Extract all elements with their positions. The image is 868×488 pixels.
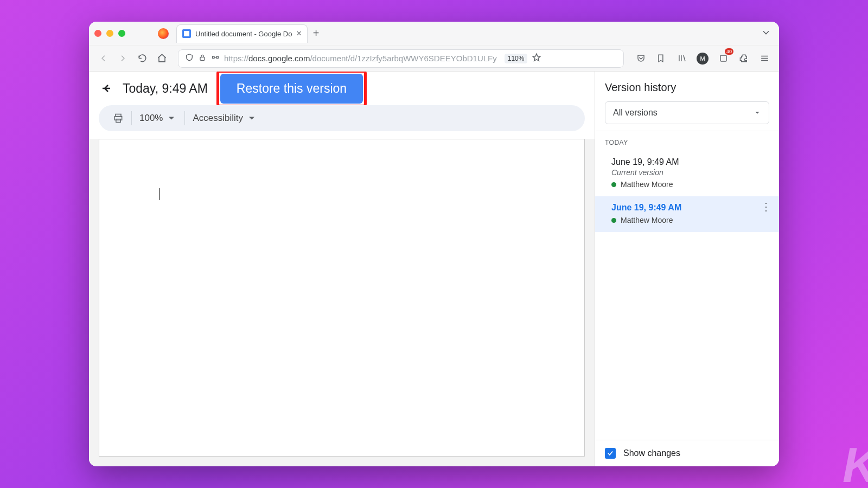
shield-icon <box>185 53 194 63</box>
version-group-label: TODAY <box>595 131 779 151</box>
url-bar: https://docs.google.com/document/d/1zzIz… <box>89 46 779 72</box>
nav-forward-icon[interactable] <box>115 51 130 66</box>
version-note: Current version <box>611 168 769 177</box>
version-list: June 19, 9:49 AM Current version Matthew… <box>595 151 779 440</box>
editor-name: Matthew Moore <box>621 216 673 224</box>
annotation-highlight: Restore this version <box>216 72 367 107</box>
lock-icon <box>198 53 207 63</box>
separator <box>184 111 185 125</box>
document-area[interactable] <box>89 139 595 466</box>
library-icon[interactable] <box>674 50 690 67</box>
accessibility-menu[interactable]: Accessibility <box>193 113 257 124</box>
maximize-window-icon[interactable] <box>118 30 125 37</box>
account-avatar[interactable]: M <box>694 50 711 67</box>
svg-rect-1 <box>213 56 214 58</box>
nav-back-icon[interactable] <box>95 51 111 66</box>
address-bar[interactable]: https://docs.google.com/document/d/1zzIz… <box>178 49 624 68</box>
firefox-icon <box>158 28 169 39</box>
version-time: June 19, 9:49 AM <box>611 157 769 167</box>
main-panel: Today, 9:49 AM Restore this version 100%… <box>89 72 595 466</box>
svg-rect-0 <box>200 57 205 60</box>
home-icon[interactable] <box>154 51 169 66</box>
menu-icon[interactable] <box>756 50 773 67</box>
version-header: Today, 9:49 AM Restore this version <box>89 72 595 105</box>
close-tab-icon[interactable]: × <box>296 29 301 38</box>
back-arrow-icon[interactable] <box>99 81 114 96</box>
close-window-icon[interactable] <box>94 30 101 37</box>
bookmark-star-icon[interactable] <box>532 53 541 64</box>
tabs-dropdown-icon[interactable] <box>758 25 774 42</box>
tab-strip: Untitled document - Google Do × + <box>89 22 779 46</box>
new-tab-button[interactable]: + <box>313 27 320 40</box>
browser-tab[interactable]: Untitled document - Google Do × <box>176 24 308 43</box>
permissions-icon[interactable] <box>211 53 220 63</box>
editor-color-icon <box>611 182 616 187</box>
separator <box>131 111 132 125</box>
save-to-pocket-icon[interactable] <box>633 50 649 67</box>
editor-color-icon <box>611 218 616 223</box>
browser-window: Untitled document - Google Do × + https:… <box>89 22 779 466</box>
text-cursor <box>159 188 159 200</box>
restore-version-button[interactable]: Restore this version <box>220 74 363 104</box>
editor-name: Matthew Moore <box>621 180 673 189</box>
window-controls <box>94 30 125 37</box>
zoom-dropdown[interactable]: 100% <box>139 113 177 124</box>
svg-rect-2 <box>216 56 218 58</box>
extensions-icon[interactable]: 40 <box>715 50 731 67</box>
zoom-badge[interactable]: 110% <box>505 54 528 63</box>
version-item[interactable]: June 19, 9:49 AM Current version Matthew… <box>595 151 779 196</box>
version-filter-dropdown[interactable]: All versions <box>605 101 769 124</box>
url-text: https://docs.google.com/document/d/1zzIz… <box>224 54 497 63</box>
print-icon[interactable] <box>113 113 124 124</box>
reading-list-icon[interactable] <box>653 50 669 67</box>
watermark: K <box>843 438 868 488</box>
tab-title: Untitled document - Google Do <box>195 30 292 38</box>
app-content: Today, 9:49 AM Restore this version 100%… <box>89 72 779 466</box>
version-item-selected[interactable]: June 19, 9:49 AM Matthew Moore ⋮ <box>595 196 779 232</box>
sidebar-footer: Show changes <box>595 440 779 466</box>
sidebar-title: Version history <box>605 81 769 94</box>
doc-toolbar: 100% Accessibility <box>99 105 585 131</box>
svg-rect-6 <box>116 119 120 123</box>
minimize-window-icon[interactable] <box>106 30 113 37</box>
svg-rect-3 <box>720 55 726 61</box>
google-docs-favicon <box>182 29 191 38</box>
reload-icon[interactable] <box>135 51 150 66</box>
version-history-sidebar: Version history All versions TODAY June … <box>595 72 779 466</box>
show-changes-checkbox[interactable] <box>605 448 616 459</box>
version-more-icon[interactable]: ⋮ <box>761 205 771 208</box>
extensions-puzzle-icon[interactable] <box>736 50 752 67</box>
version-time: June 19, 9:49 AM <box>611 203 769 213</box>
document-page[interactable] <box>99 139 585 457</box>
show-changes-label: Show changes <box>623 448 680 458</box>
version-timestamp: Today, 9:49 AM <box>123 81 208 96</box>
extension-badge: 40 <box>725 48 733 55</box>
